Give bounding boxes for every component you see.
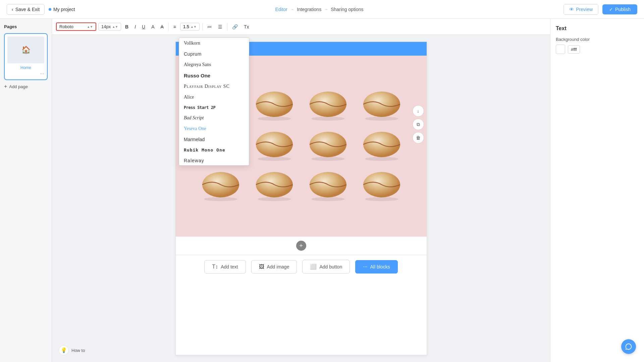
canvas-wrapper: ✏️ Edit Fortune Cook [52,35,550,362]
bottom-bar: T↕ Add text 🖼 Add image ⬜ Add button ···… [176,255,427,278]
font-item-russo[interactable]: Russo One [179,70,249,81]
font-size-label: 14px [101,24,111,29]
font-name-label: Roboto [59,24,73,29]
preview-button[interactable]: 👁 Preview [564,4,598,15]
font-size-chevron-icon: ▲▼ [112,25,118,28]
main-layout: Pages 🏠 Home ··· + Add page Roboto ▲▼ 14… [0,19,644,362]
toolbar-separator-1 [168,23,169,31]
align-left-button[interactable]: ≡ [171,23,178,31]
bold-button[interactable]: B [123,23,130,31]
cookie-3 [306,89,350,123]
cookie-svg-6 [253,129,296,163]
font-item-rubik[interactable]: Rubik Mono One [179,145,249,155]
toolbar-separator-3 [227,23,227,31]
integrations-nav-link[interactable]: Integrations [297,7,321,12]
cookie-8 [360,129,404,163]
text-style-button[interactable]: A [159,23,166,31]
font-item-alice[interactable]: Alice [179,92,249,103]
add-block-circle-button[interactable]: + [296,241,306,251]
project-name: My project [49,7,75,12]
line-height-label: 1.5 [183,24,189,29]
sharing-nav-link[interactable]: Sharing options [331,7,363,12]
page-more-icon[interactable]: ··· [7,71,44,77]
publish-button[interactable]: ✓ Publish [602,4,637,14]
font-item-cuprum[interactable]: Cuprum [179,49,249,59]
preview-label: Preview [576,7,593,12]
underline-button[interactable]: U [140,23,147,31]
all-blocks-button[interactable]: ··· All blocks [355,260,397,274]
toolbar: Roboto ▲▼ 14px ▲▼ B I U A A ≡ 1.5 ▲▼ ≔ ☰… [52,19,550,35]
bg-color-label: Background color [556,37,639,42]
font-item-press[interactable]: Press Start 2P [179,103,249,113]
publish-label: Publish [615,7,631,12]
eye-icon: 👁 [569,7,574,12]
how-to-row[interactable]: 💡 How to [52,345,85,355]
delete-action-button[interactable]: 🗑 [413,132,424,143]
top-nav-left: ‹ Save & Exit My project [7,4,75,15]
lightbulb-icon: 💡 [59,345,69,355]
check-icon: ✓ [609,7,613,12]
page-thumbnail-home[interactable]: 🏠 Home ··· [4,33,48,80]
right-panel: Text Background color #fff [550,19,644,362]
italic-button[interactable]: I [132,23,138,31]
text-icon: T↕ [212,264,218,270]
font-selector[interactable]: Roboto ▲▼ [56,22,96,31]
font-item-yeseva[interactable]: Yeseva One [179,123,249,134]
add-page-button[interactable]: + Add page [4,83,48,89]
text-color-button[interactable]: A [149,23,156,31]
cookie-2 [253,89,296,123]
add-button-label: Add button [319,264,342,269]
chat-icon [625,343,632,350]
chevron-down-icon: ▲▼ [87,25,93,28]
line-height-control[interactable]: 1.5 ▲▼ [180,23,200,31]
chat-bubble-button[interactable] [621,339,636,354]
editor-nav-link[interactable]: Editor [275,7,287,12]
panel-title: Text [556,25,639,32]
add-image-button[interactable]: 🖼 Add image [251,260,297,274]
font-item-playfair[interactable]: Playfair Display SC [179,81,249,92]
svg-point-15 [365,157,398,161]
download-action-button[interactable]: ↓ [413,105,424,117]
save-exit-button[interactable]: ‹ Save & Exit [7,4,45,15]
unordered-list-button[interactable]: ☰ [216,23,224,31]
cookie-6 [253,129,296,163]
how-to-label: How to [71,348,85,353]
font-size-selector[interactable]: 14px ▲▼ [98,23,121,31]
dot-icon [49,8,51,11]
add-button-button[interactable]: ⬜ Add button [302,260,350,274]
link-button[interactable]: 🔗 [230,23,240,31]
color-swatch[interactable] [556,45,565,54]
cookie-9 [199,170,243,203]
cookie-svg-7 [306,129,350,163]
cookie-svg-8 [360,129,404,163]
svg-point-17 [204,197,237,201]
cookie-7 [306,129,350,163]
font-dropdown-scroll[interactable]: Vollkorn Cuprum Alegreya Sans Russo One … [179,38,249,165]
toolbar-separator-2 [202,23,203,31]
font-item-marmelad[interactable]: Marmelad [179,134,249,145]
cookie-10 [253,170,296,203]
cookie-svg-4 [360,89,404,123]
svg-point-5 [311,117,345,121]
clear-format-button[interactable]: Tx [242,23,251,31]
font-item-vollkorn[interactable]: Vollkorn [179,38,249,49]
ordered-list-button[interactable]: ≔ [205,23,214,31]
color-row: #fff [556,45,639,54]
button-icon: ⬜ [310,263,317,270]
duplicate-action-button[interactable]: ⧉ [413,119,424,130]
add-block-row: + [176,237,427,255]
add-text-button[interactable]: T↕ Add text [204,260,246,274]
cookie-4 [360,89,404,123]
top-nav-right: 👁 Preview ✓ Publish [564,4,637,15]
project-name-label: My project [53,7,75,12]
font-item-raleway[interactable]: Raleway [179,155,249,165]
image-icon: 🖼 [259,264,264,270]
editor-area: Roboto ▲▼ 14px ▲▼ B I U A A ≡ 1.5 ▲▼ ≔ ☰… [52,19,550,362]
cookie-svg-12 [360,170,404,203]
top-nav: ‹ Save & Exit My project Editor → Integr… [0,0,644,19]
font-item-alegreya[interactable]: Alegreya Sans [179,59,249,70]
color-value[interactable]: #fff [568,45,580,54]
font-item-badscript[interactable]: Bad Script [179,113,249,123]
page-thumb-inner: 🏠 [7,37,44,63]
add-text-label: Add text [221,264,238,269]
